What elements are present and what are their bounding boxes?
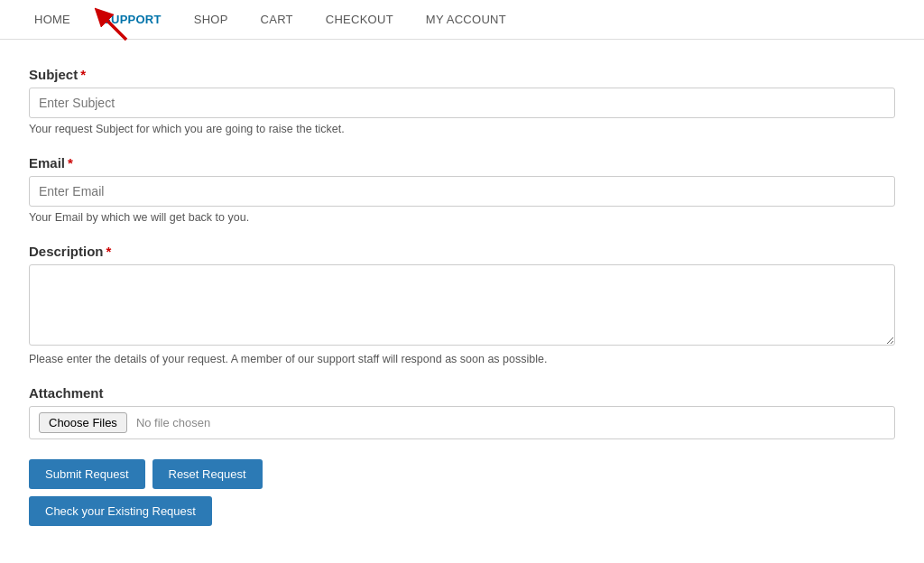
email-group: Email* Your Email by which we will get b… [29, 155, 895, 224]
nav-home[interactable]: HOME [18, 0, 87, 40]
subject-hint: Your request Subject for which you are g… [29, 123, 895, 135]
no-file-label: No file chosen [136, 416, 210, 429]
description-group: Description* Please enter the details of… [29, 244, 895, 365]
check-request-row: Check your Existing Request [29, 496, 895, 526]
subject-required: * [80, 67, 86, 82]
email-required: * [68, 155, 73, 171]
subject-label: Subject* [29, 67, 895, 82]
nav-bar: HOME SUPPORT SHOP CART CHECKOUT MY ACCOU… [0, 0, 924, 40]
choose-files-button[interactable]: Choose Files [39, 412, 127, 433]
check-existing-request-button[interactable]: Check your Existing Request [29, 496, 212, 526]
description-label: Description* [29, 244, 895, 259]
nav-checkout[interactable]: CHECKOUT [310, 0, 410, 40]
nav-cart[interactable]: CART [245, 0, 310, 40]
subject-group: Subject* Your request Subject for which … [29, 67, 895, 135]
submit-request-button[interactable]: Submit Request [29, 459, 145, 489]
nav-support[interactable]: SUPPORT [87, 0, 178, 40]
main-content: Subject* Your request Subject for which … [11, 40, 913, 562]
attachment-label: Attachment [29, 385, 895, 401]
email-input[interactable] [29, 176, 895, 207]
description-hint: Please enter the details of your request… [29, 353, 895, 365]
attachment-group: Attachment Choose Files No file chosen [29, 385, 895, 439]
description-textarea[interactable] [29, 264, 895, 346]
email-label: Email* [29, 155, 895, 171]
attachment-row: Choose Files No file chosen [29, 406, 895, 439]
nav-my-account[interactable]: MY ACCOUNT [410, 0, 522, 40]
reset-request-button[interactable]: Reset Request [152, 459, 263, 489]
description-required: * [106, 244, 112, 259]
email-hint: Your Email by which we will get back to … [29, 211, 895, 224]
button-row: Submit Request Reset Request [29, 459, 895, 489]
nav-shop[interactable]: SHOP [178, 0, 245, 40]
subject-input[interactable] [29, 88, 895, 118]
